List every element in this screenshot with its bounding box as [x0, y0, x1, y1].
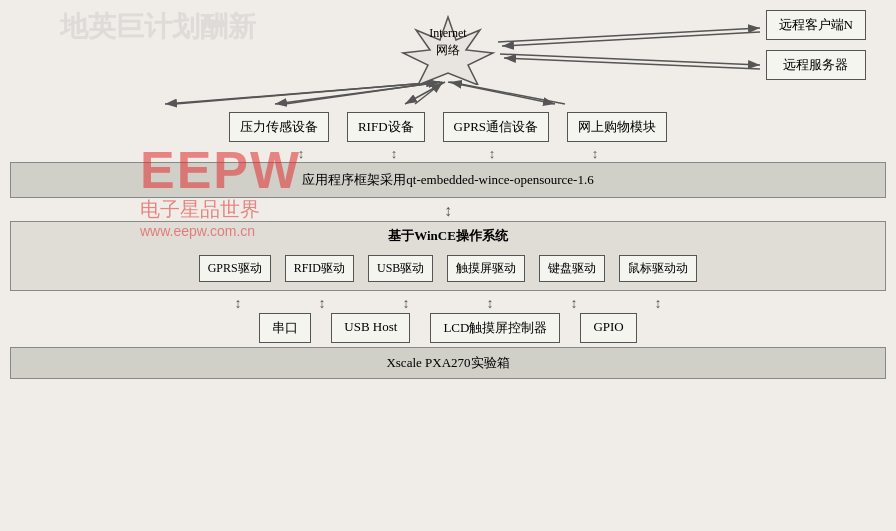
driver-rfid: RFID驱动	[285, 255, 354, 282]
svg-line-3	[502, 32, 760, 46]
devices-section: 压力传感设备 RIFD设备 GPRS通信设备 网上购物模块	[10, 112, 886, 142]
arrow-d4: ↕	[555, 146, 635, 160]
right-remote-boxes: 远程客户端N 远程服务器	[766, 10, 866, 80]
hw-usb-host: USB Host	[331, 313, 410, 343]
arrow-d1: ↕	[261, 146, 341, 160]
remote-server-box: 远程服务器	[766, 50, 866, 80]
xscale-bar: Xscale PXA270实验箱	[10, 347, 886, 379]
driver-gprs: GPRS驱动	[199, 255, 271, 282]
main-layout: Internet 网络 远程客户端N 远程服务器 压力传感设备 RIFD设备 G…	[10, 10, 886, 379]
arrow-d2: ↕	[359, 146, 429, 160]
driver-hw-connectors: ↕ ↕ ↕ ↕ ↕ ↕	[10, 295, 886, 313]
driver-usb: USB驱动	[368, 255, 433, 282]
driver-keyboard: 键盘驱动	[539, 255, 605, 282]
internet-cloud: Internet 网络	[388, 15, 508, 89]
hw-serial: 串口	[259, 313, 311, 343]
arrow-d3: ↕	[447, 146, 537, 160]
conn3: ↕	[371, 296, 441, 312]
device-to-app-arrows: ↕ ↕ ↕ ↕	[10, 146, 886, 160]
conn5: ↕	[539, 296, 609, 312]
device-pressure: 压力传感设备	[229, 112, 329, 142]
conn6: ↕	[623, 296, 693, 312]
wince-section: 基于WinCE操作系统 GPRS驱动 RFID驱动 USB驱动 触摸屏驱动 键盘…	[10, 221, 886, 291]
driver-touch: 触摸屏驱动	[447, 255, 525, 282]
conn4: ↕	[455, 296, 525, 312]
hw-gpio: GPIO	[580, 313, 636, 343]
hw-lcd: LCD触摸屏控制器	[430, 313, 560, 343]
device-gprs: GPRS通信设备	[443, 112, 550, 142]
drivers-row: GPRS驱动 RFID驱动 USB驱动 触摸屏驱动 键盘驱动 鼠标驱动动	[11, 250, 885, 290]
svg-line-4	[500, 54, 760, 65]
remote-client-box: 远程客户端N	[766, 10, 866, 40]
wince-title: 基于WinCE操作系统	[11, 222, 885, 250]
driver-mouse: 鼠标驱动动	[619, 255, 697, 282]
internet-container: Internet 网络 远程客户端N 远程服务器	[10, 10, 886, 110]
hardware-row: 串口 USB Host LCD触摸屏控制器 GPIO	[10, 313, 886, 343]
internet-label: Internet 网络	[388, 25, 508, 59]
conn1: ↕	[203, 296, 273, 312]
app-framework: 应用程序框架采用qt-embedded-wince-opensource-1.6	[10, 162, 886, 198]
conn2: ↕	[287, 296, 357, 312]
page-container: 地英巨计划酬新 EEPW 电子星品世界 www.eepw.com.cn	[0, 0, 896, 531]
device-shopping: 网上购物模块	[567, 112, 667, 142]
device-rifd: RIFD设备	[347, 112, 425, 142]
app-to-wince-arrow: ↕	[10, 202, 886, 220]
svg-line-5	[504, 58, 760, 69]
svg-line-2	[498, 28, 760, 42]
